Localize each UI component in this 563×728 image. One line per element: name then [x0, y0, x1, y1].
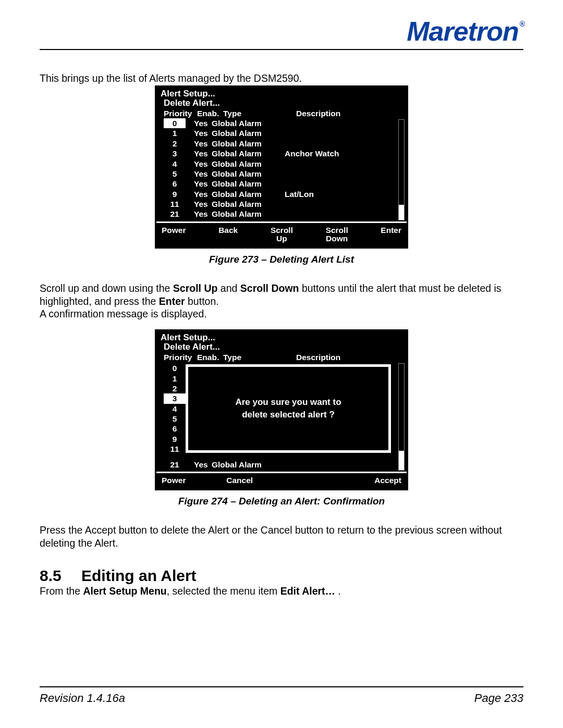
- footer-rule: [40, 686, 523, 687]
- device-screen-confirm: Alert Setup... Delete Alert... Priority …: [155, 329, 408, 490]
- table-row[interactable]: 4YesGlobal Alarm: [164, 159, 402, 169]
- softkey-enter[interactable]: Enter: [381, 226, 401, 243]
- confirmation-line: A confirmation message is displayed.: [40, 307, 523, 320]
- priority-cell: 6: [164, 424, 186, 434]
- col-type: Type: [223, 353, 296, 362]
- table-row[interactable]: 1YesGlobal Alarm: [164, 128, 402, 138]
- priority-cell: 9: [164, 434, 186, 444]
- table-row[interactable]: 6YesGlobal Alarm: [164, 179, 402, 189]
- priority-cell: 5: [164, 414, 186, 424]
- breadcrumb-1: Alert Setup...: [161, 89, 402, 98]
- priority-cell: 4: [164, 404, 186, 414]
- scrollbar[interactable]: [398, 363, 405, 471]
- revision-label: Revision 1.4.16a: [40, 692, 125, 705]
- scrollbar-thumb[interactable]: [399, 205, 404, 220]
- priority-cell: 2: [164, 384, 186, 393]
- softkey-power[interactable]: Power: [162, 226, 186, 243]
- table-row[interactable]: 9YesGlobal AlarmLat/Lon: [164, 189, 402, 199]
- last-visible-row: 21 Yes Global Alarm: [164, 460, 285, 470]
- softkey-scroll-up[interactable]: ScrollUp: [271, 226, 293, 243]
- table-row[interactable]: 5YesGlobal Alarm: [164, 169, 402, 179]
- dialog-line1: Are you sure you want to: [235, 397, 341, 408]
- col-priority: Priority: [164, 353, 197, 362]
- softkey-power[interactable]: Power: [162, 476, 186, 485]
- softkey-back[interactable]: Back: [218, 226, 238, 243]
- scrollbar[interactable]: [398, 119, 405, 220]
- breadcrumb-1: Alert Setup...: [161, 333, 402, 342]
- table-row[interactable]: 21YesGlobal Alarm: [164, 209, 402, 219]
- table-row[interactable]: 11YesGlobal Alarm: [164, 199, 402, 209]
- softkey-cancel[interactable]: Cancel: [226, 476, 253, 485]
- brand-name: Maretron: [407, 16, 518, 46]
- section-title: Editing an Alert: [81, 567, 197, 584]
- softkey-row: Power Cancel Accept: [156, 473, 407, 489]
- softkey-scroll-down[interactable]: ScrollDown: [326, 226, 348, 243]
- page-footer: Revision 1.4.16a Page 233: [40, 686, 523, 705]
- breadcrumb-2: Delete Alert...: [161, 342, 402, 352]
- after-text: Press the Accept button to delete the Al…: [40, 524, 523, 549]
- dialog-line2: delete selected alert ?: [242, 410, 335, 420]
- priority-cell: 0: [164, 363, 186, 373]
- col-priority: Priority: [164, 109, 197, 118]
- col-enab: Enab.: [197, 353, 223, 362]
- priority-cell: 11: [164, 444, 186, 454]
- softkey-row: Power Back ScrollUp ScrollDown Enter: [156, 223, 407, 248]
- column-headers: Priority Enab. Type Description: [161, 353, 402, 362]
- table-row[interactable]: 3YesGlobal AlarmAnchor Watch: [164, 149, 402, 158]
- section-heading: 8.5Editing an Alert: [40, 567, 523, 585]
- section-body: From the Alert Setup Menu, selected the …: [40, 585, 523, 597]
- figure-caption-273: Figure 273 – Deleting Alert List: [40, 254, 523, 265]
- header-rule: [40, 49, 523, 50]
- scrollbar-thumb[interactable]: [399, 451, 404, 470]
- intro-text: This brings up the list of Alerts manage…: [40, 72, 523, 84]
- col-enab: Enab.: [197, 109, 223, 118]
- priority-cell: 1: [164, 374, 186, 384]
- priority-column: 0123456911: [164, 363, 186, 454]
- column-headers: Priority Enab. Type Description: [161, 109, 402, 118]
- col-desc: Description: [296, 109, 402, 118]
- brand-logo: Maretron®: [40, 16, 523, 47]
- breadcrumb-2: Delete Alert...: [161, 98, 402, 108]
- softkey-accept[interactable]: Accept: [374, 476, 401, 485]
- table-row[interactable]: 2YesGlobal Alarm: [164, 139, 402, 149]
- col-desc: Description: [296, 353, 402, 362]
- reg-mark: ®: [520, 20, 524, 28]
- figure-caption-274: Figure 274 – Deleting an Alert: Confirma…: [40, 496, 523, 507]
- page-number: Page 233: [474, 692, 523, 705]
- instruction-paragraph: Scroll up and down using the Scroll Up a…: [40, 282, 523, 307]
- col-type: Type: [223, 109, 296, 118]
- section-number: 8.5: [40, 567, 81, 585]
- confirm-dialog: Are you sure you want to delete selected…: [186, 364, 391, 453]
- alert-rows: 0YesGlobal Alarm1YesGlobal Alarm2YesGlob…: [161, 118, 402, 219]
- device-screen-alert-list: Alert Setup... Delete Alert... Priority …: [155, 85, 408, 249]
- table-row[interactable]: 0YesGlobal Alarm: [164, 118, 402, 128]
- priority-cell: 3: [164, 393, 186, 403]
